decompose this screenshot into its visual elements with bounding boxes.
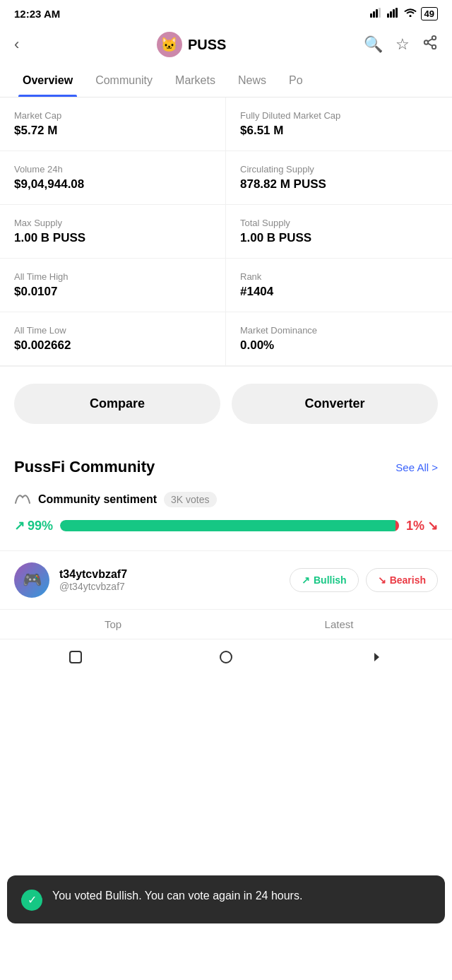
status-bar: 12:23 AM [0, 0, 452, 25]
tab-latest[interactable]: Latest [226, 610, 452, 639]
sim-signal-icon [370, 8, 383, 20]
bullish-vote-button[interactable]: ↗ Bullish [290, 568, 359, 592]
sentiment-row: Community sentiment 3K votes [14, 490, 438, 508]
svg-rect-6 [393, 9, 395, 18]
coin-title: PUSS [188, 37, 226, 53]
nav-circle-button[interactable] [218, 649, 234, 669]
sentiment-icon [14, 490, 31, 508]
svg-rect-1 [373, 11, 375, 18]
compare-button[interactable]: Compare [14, 384, 220, 424]
user-info: t34ytcvbzaf7 @t34ytcvbzaf7 [59, 568, 290, 592]
bearish-vote-icon: ↘ [378, 574, 386, 586]
bullish-arrow-icon: ↗ [14, 518, 25, 533]
header-actions: 🔍 ☆ [364, 35, 438, 54]
avatar: 🎮 [14, 562, 49, 598]
svg-rect-2 [376, 9, 378, 18]
sentiment-bar-row: ↗ 99% 1% ↘ [14, 518, 438, 533]
votes-badge: 3K votes [164, 492, 216, 507]
star-icon[interactable]: ☆ [396, 35, 410, 54]
user-card: 🎮 t34ytcvbzaf7 @t34ytcvbzaf7 ↗ Bullish ↘… [0, 550, 452, 609]
svg-rect-0 [370, 13, 372, 18]
tab-markets[interactable]: Markets [164, 64, 227, 97]
stat-market-cap: Market Cap $5.72 M [0, 98, 226, 151]
svg-rect-3 [379, 8, 381, 18]
stat-total-supply: Total Supply 1.00 B PUSS [226, 205, 452, 259]
wifi-icon [404, 8, 417, 20]
nav-back-button[interactable] [369, 649, 384, 669]
stat-fully-diluted: Fully Diluted Market Cap $6.51 M [226, 98, 452, 151]
bullish-bar-fill [60, 520, 396, 531]
stats-grid: Market Cap $5.72 M Fully Diluted Market … [0, 98, 452, 367]
back-button[interactable]: ‹ [14, 35, 19, 54]
toast-message: You voted Bullish. You can vote again in… [52, 888, 302, 904]
status-icons: 49 [370, 7, 438, 20]
stat-circ-supply: Circulating Supply 878.82 M PUSS [226, 151, 452, 205]
svg-point-15 [220, 651, 232, 663]
stat-rank: Rank #1404 [226, 259, 452, 312]
action-buttons: Compare Converter [0, 367, 452, 441]
vote-buttons: ↗ Bullish ↘ Bearish [290, 568, 438, 592]
bullish-percentage: ↗ 99% [14, 518, 53, 533]
svg-line-13 [428, 39, 432, 42]
stat-dominance: Market Dominance 0.00% [226, 312, 452, 366]
svg-rect-14 [70, 651, 81, 663]
bearish-vote-button[interactable]: ↘ Bearish [366, 568, 438, 592]
user-handle: @t34ytcvbzaf7 [59, 581, 290, 592]
see-all-link[interactable]: See All > [396, 461, 438, 473]
coin-icon: 🐱 [157, 32, 182, 57]
bearish-bar-fill [396, 520, 399, 531]
username: t34ytcvbzaf7 [59, 568, 290, 581]
tab-news[interactable]: News [227, 64, 278, 97]
status-time: 12:23 AM [14, 8, 60, 20]
sentiment-label: Community sentiment [38, 493, 157, 506]
bullish-vote-icon: ↗ [302, 574, 310, 586]
tab-bar: Overview Community Markets News Po [0, 64, 452, 98]
tab-top[interactable]: Top [0, 610, 226, 639]
svg-rect-5 [390, 11, 392, 18]
svg-point-8 [409, 15, 411, 17]
community-header: PussFi Community See All > [14, 458, 438, 476]
toast-check-icon: ✓ [21, 890, 42, 911]
battery-icon: 49 [421, 7, 438, 20]
bearish-arrow-icon: ↘ [427, 518, 438, 533]
stat-atl: All Time Low $0.002662 [0, 312, 226, 366]
svg-rect-4 [387, 13, 389, 18]
stat-ath: All Time High $0.0107 [0, 259, 226, 312]
converter-button[interactable]: Converter [232, 384, 438, 424]
tab-portfolio[interactable]: Po [278, 64, 314, 97]
search-icon[interactable]: 🔍 [364, 35, 383, 54]
tab-community[interactable]: Community [84, 64, 164, 97]
stat-volume-24h: Volume 24h $9,04,944.08 [0, 151, 226, 205]
svg-line-12 [428, 43, 432, 46]
header-center: 🐱 PUSS [157, 32, 226, 57]
toast-notification: ✓ You voted Bullish. You can vote again … [7, 875, 445, 923]
android-nav-bar [0, 639, 452, 682]
bottom-content-tabs: Top Latest [0, 609, 452, 639]
svg-rect-7 [396, 8, 398, 18]
share-icon[interactable] [422, 35, 438, 54]
nav-square-button[interactable] [68, 649, 83, 669]
bearish-percentage: 1% ↘ [406, 518, 438, 533]
sentiment-bar [60, 520, 399, 531]
tab-overview[interactable]: Overview [11, 64, 84, 97]
community-section: PussFi Community See All > Community sen… [0, 441, 452, 533]
community-title: PussFi Community [14, 458, 155, 476]
stat-max-supply: Max Supply 1.00 B PUSS [0, 205, 226, 259]
sim2-signal-icon [387, 8, 400, 20]
header: ‹ 🐱 PUSS 🔍 ☆ [0, 25, 452, 64]
